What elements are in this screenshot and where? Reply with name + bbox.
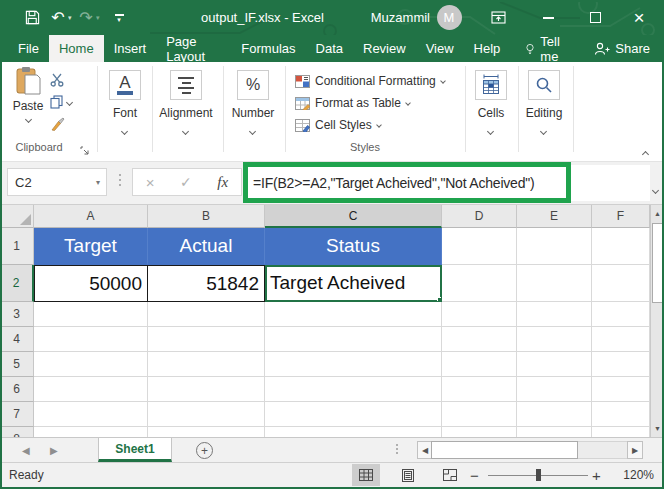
zoom-slider-thumb[interactable] [536,469,541,481]
cell-D5[interactable] [442,352,517,377]
tab-formulas[interactable]: Formulas [231,35,305,62]
cell-A8[interactable] [34,427,148,437]
cell-B6[interactable] [148,377,265,402]
cell-E6[interactable] [517,377,592,402]
cell-A1[interactable]: Target [34,228,148,265]
cell-C3[interactable] [265,302,442,327]
scroll-up-button[interactable]: ▲ [651,205,664,222]
cell-B1[interactable]: Actual [148,228,265,265]
cell-D2[interactable] [442,265,517,302]
avatar[interactable]: M [436,0,462,35]
alignment-group-button[interactable] [170,70,202,100]
cell-F3[interactable] [592,302,650,327]
maximize-button[interactable] [583,0,607,35]
cell-D6[interactable] [442,377,517,402]
normal-view-button[interactable] [352,464,380,486]
column-header-F[interactable]: F [592,205,650,228]
undo-dropdown[interactable]: ▾ [68,0,72,35]
insert-function-button[interactable]: fx [217,174,228,191]
tab-help[interactable]: Help [464,35,511,62]
cell-F1[interactable] [592,228,650,265]
horizontal-scrollbar-thumb[interactable] [431,441,578,459]
cell-D3[interactable] [442,302,517,327]
cell-F5[interactable] [592,352,650,377]
cell-A5[interactable] [34,352,148,377]
minimize-button[interactable] [536,0,560,35]
share-button[interactable]: Share [580,35,664,62]
next-sheet-button[interactable]: ▶ [50,438,58,462]
save-button[interactable] [20,0,44,35]
cell-F4[interactable] [592,327,650,352]
scroll-down-button[interactable]: ▼ [651,420,664,437]
vertical-scrollbar-thumb[interactable] [652,223,663,303]
sheet-tab-sheet1[interactable]: Sheet1 [98,438,172,462]
cell-E4[interactable] [517,327,592,352]
cell-C7[interactable] [265,402,442,427]
number-group-button[interactable]: % [237,70,269,100]
cell-A2[interactable]: 50000 [34,265,148,302]
row-header-1[interactable]: 1 [0,228,34,265]
scroll-right-button[interactable]: ▶ [627,441,643,459]
column-header-C[interactable]: C [265,205,442,228]
tab-home[interactable]: Home [49,35,104,62]
number-group-dropdown[interactable] [250,123,255,137]
format-painter-button[interactable] [50,114,72,134]
name-box-dropdown-icon[interactable]: ▾ [96,178,100,187]
close-button[interactable]: × [626,0,652,35]
tab-page-layout[interactable]: Page Layout [156,35,231,62]
alignment-group-dropdown[interactable] [183,123,188,137]
cell-A4[interactable] [34,327,148,352]
conditional-formatting-button[interactable]: Conditional Formatting [295,73,445,89]
cell-F6[interactable] [592,377,650,402]
clipboard-dialog-launcher[interactable] [80,144,89,158]
row-header-4[interactable]: 4 [0,327,34,352]
customize-quick-access-button[interactable]: ▾ [110,0,128,35]
font-group-dropdown[interactable] [122,123,127,137]
cell-E3[interactable] [517,302,592,327]
cell-styles-button[interactable]: Cell Styles [295,117,381,133]
editing-group-dropdown[interactable] [541,123,546,137]
cell-D1[interactable] [442,228,517,265]
select-all-corner[interactable] [0,205,34,228]
tab-data[interactable]: Data [306,35,353,62]
row-header-5[interactable]: 5 [0,352,34,377]
cell-C5[interactable] [265,352,442,377]
tab-file[interactable]: File [8,35,49,62]
cell-C4[interactable] [265,327,442,352]
row-header-2[interactable]: 2 [0,265,34,302]
zoom-in-button[interactable]: + [592,463,601,487]
zoom-out-button[interactable]: − [470,463,479,487]
column-header-A[interactable]: A [34,205,148,228]
vertical-scrollbar[interactable]: ▲ ▼ [650,205,664,437]
cell-E7[interactable] [517,402,592,427]
cells-group-dropdown[interactable] [488,123,493,137]
column-header-B[interactable]: B [148,205,265,228]
copy-button[interactable] [50,92,72,112]
cell-C6[interactable] [265,377,442,402]
font-group-button[interactable]: A [109,70,141,100]
cell-D8[interactable] [442,427,517,437]
cut-button[interactable] [50,70,72,90]
cancel-formula-button[interactable]: × [146,174,155,191]
collapse-ribbon-button[interactable] [643,146,648,160]
tab-scroll-splitter[interactable] [396,444,398,454]
cell-D4[interactable] [442,327,517,352]
expand-formula-bar-button[interactable] [653,179,658,197]
zoom-level[interactable]: 120% [623,463,654,487]
redo-dropdown[interactable]: ▾ [96,0,100,35]
redo-button[interactable]: ↷ [76,0,96,35]
cell-A6[interactable] [34,377,148,402]
column-header-D[interactable]: D [442,205,517,228]
tab-review[interactable]: Review [353,35,416,62]
row-header-3[interactable]: 3 [0,302,34,327]
cell-B5[interactable] [148,352,265,377]
page-layout-view-button[interactable] [394,464,422,486]
cell-B7[interactable] [148,402,265,427]
page-break-preview-button[interactable] [436,464,464,486]
tell-me-button[interactable]: Tell me [516,35,580,62]
paste-button[interactable]: Paste [8,66,48,138]
cell-D7[interactable] [442,402,517,427]
undo-button[interactable]: ↶ [48,0,68,35]
column-header-E[interactable]: E [517,205,592,228]
previous-sheet-button[interactable]: ◀ [22,438,30,462]
